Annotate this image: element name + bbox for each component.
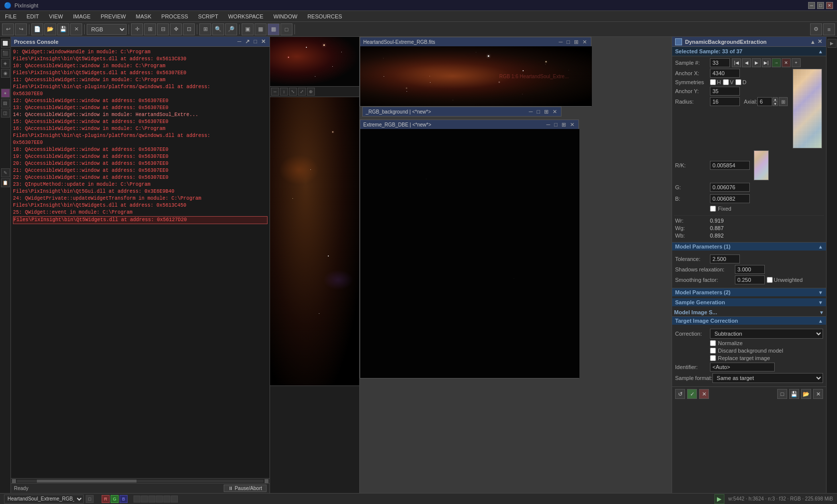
select-btn[interactable]: ⊡ [183,23,195,35]
extra-btn1[interactable]: ⚙ [810,23,822,35]
dbe-expand[interactable]: ▲ [809,39,817,45]
channel-select[interactable]: RGB R G B [87,24,127,35]
nav-delete-btn[interactable]: ✕ [782,58,791,67]
sidebar-icon-6[interactable]: ▤ [1,99,10,108]
maximize-btn[interactable]: □ [817,2,824,9]
expand-section-icon[interactable]: ▲ [818,49,823,54]
identifier-input[interactable] [710,363,775,372]
redo-btn[interactable]: ↪ [15,23,27,35]
thumb-ctrl-2[interactable]: ↕ [280,88,288,96]
normalize-check[interactable] [710,340,716,346]
view-btn4[interactable]: □ [280,23,292,35]
menu-file[interactable]: FILE [0,11,21,21]
pc-float[interactable]: ↗ [244,38,251,45]
menu-process[interactable]: PROCESS [156,11,193,21]
menu-script[interactable]: SCRIPT [193,11,223,21]
sidebar-icon-9[interactable]: 📋 [1,178,10,187]
channel-g-btn[interactable]: G [111,495,119,503]
nav-first-btn[interactable]: |◀ [732,58,741,67]
anchor-y-input[interactable] [710,87,740,96]
zoom-fill-btn[interactable]: ⊟ [157,23,169,35]
thumb-select[interactable]: HeartandSoul_Extreme_RGB_backgr... □ [4,495,94,504]
sidebar-icon-8[interactable]: ✎ [1,168,10,177]
correction-select[interactable]: Subtraction Division [710,329,823,339]
axial-spinner-up[interactable]: ▲ ▼ [773,97,778,106]
view-btn2[interactable]: ▦ [255,23,267,35]
bg-close[interactable]: ✕ [552,109,558,115]
dbe-extra-btn[interactable]: ✕ [813,389,823,399]
nav-next-btn[interactable]: ▶ [752,58,761,67]
img-minimize[interactable]: ─ [558,39,564,45]
dbe-apply-btn[interactable]: ✓ [687,389,697,399]
menu-resources[interactable]: RESOURCES [302,11,347,21]
thumb-ctrl-1[interactable]: ↔ [271,88,279,96]
dbe-close-btn[interactable]: ✕ [817,38,823,45]
channel-r-btn[interactable]: R [102,495,110,503]
radius-input[interactable] [710,97,740,106]
dbe-cancel-btn[interactable]: ✕ [699,389,709,399]
unweighted-check[interactable] [767,277,773,283]
thumb-main[interactable] [270,37,359,87]
zoom-in-btn[interactable]: 🔍 [212,23,224,35]
nav-prev-btn[interactable]: ◀ [742,58,751,67]
zoom-fit-btn[interactable]: ⊞ [144,23,156,35]
dbe-image-titlebar[interactable]: Extreme_RGB_DBE | <*new*> ─ □ ⊞ ✕ [360,120,578,129]
thumb-ctrl-3[interactable]: ⤡ [289,88,297,96]
menu-preview[interactable]: PREVIEW [96,11,131,21]
sidebar-icon-2[interactable]: ⬛ [1,49,10,58]
shadows-input[interactable] [735,265,765,274]
b-input[interactable] [710,194,750,203]
sym-v-check[interactable] [723,79,729,85]
close-btn[interactable]: ✕ [826,2,833,9]
smoothing-input[interactable] [735,275,765,284]
menu-view[interactable]: VIEW [44,11,68,21]
axial-input[interactable] [757,97,772,106]
img-close[interactable]: ✕ [581,39,588,45]
menu-edit[interactable]: EDIT [21,11,44,21]
rs-icon-1[interactable]: ▶ [828,39,837,48]
anchor-x-input[interactable] [710,69,740,78]
sidebar-icon-5[interactable]: ● [1,89,10,98]
dbe-maximize[interactable]: ⊞ [560,122,567,128]
sidebar-icon-4[interactable]: ◉ [1,69,10,78]
nav-last-btn[interactable]: ▶| [762,58,771,67]
sample-generation-header[interactable]: Sample Generation ▼ [672,298,826,306]
sample-num-input[interactable] [710,58,730,67]
bg-maximize[interactable]: ⊞ [543,109,550,115]
menu-mask[interactable]: MASK [131,11,156,21]
pan-btn[interactable]: ✥ [170,23,182,35]
bg-restore[interactable]: □ [536,109,541,115]
pc-maximize[interactable]: □ [253,38,258,45]
target-correction-header[interactable]: Target Image Correction ▲ [672,317,826,325]
model-params-2-header[interactable]: Model Parameters (2) ▼ [672,288,826,296]
tolerance-input[interactable] [710,254,740,263]
pc-minimize[interactable]: ─ [237,38,243,45]
sidebar-icon-1[interactable]: ⬜ [1,39,10,48]
nav-add-btn[interactable]: → [772,58,781,67]
g-input[interactable] [710,183,750,192]
sidebar-icon-3[interactable]: ◈ [1,59,10,68]
undo-btn[interactable]: ↩ [2,23,14,35]
discard-check[interactable] [710,348,716,354]
main-image-titlebar[interactable]: HeartandSoul-Extreme_RGB.fits ─ □ ⊞ ✕ [360,37,591,46]
thumb-secondary[interactable] [270,97,359,386]
sample-format-select[interactable]: Same as target f32 f64 [712,373,823,383]
img-maximize[interactable]: ⊞ [573,39,579,45]
view-btn3[interactable]: ▩ [268,23,279,35]
new-btn[interactable]: 📄 [31,23,43,35]
close-img-btn[interactable]: ✕ [70,23,82,35]
dbe-save-btn[interactable]: 💾 [789,389,799,399]
pc-close[interactable]: ✕ [260,38,267,45]
menu-image[interactable]: IMAGE [68,11,95,21]
dbe-restore[interactable]: □ [553,122,558,128]
zoom-out-btn[interactable]: 🔎 [225,23,237,35]
sym-d-check[interactable] [735,79,741,85]
dbe-load-btn[interactable]: 📂 [801,389,811,399]
zoom-100-btn[interactable]: ⊞ [199,23,211,35]
bg-image-titlebar[interactable]: _RGB_background | <*new*> ─ □ ⊞ ✕ [363,107,561,116]
crosshair-btn[interactable]: ✛ [131,23,143,35]
play-btn[interactable]: ▶ [714,494,724,504]
thumb-ctrl-5[interactable]: ⊕ [307,88,315,96]
model-params-1-header[interactable]: Model Parameters (1) ▲ [672,243,826,251]
save-btn[interactable]: 💾 [57,23,69,35]
